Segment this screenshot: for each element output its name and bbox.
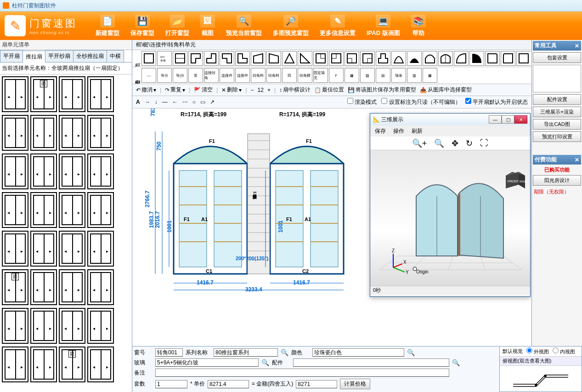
close-icon[interactable]: ✕ bbox=[575, 43, 579, 49]
sash-tab-0[interactable]: 平开扇 bbox=[0, 50, 23, 62]
sash-thumb[interactable]: ◂▸ bbox=[2, 231, 28, 267]
mullion-item-0[interactable]: — bbox=[141, 68, 156, 83]
dim-h-upper-inner[interactable]: 750 bbox=[156, 142, 162, 151]
sash-thumb[interactable]: ◂▸ bbox=[30, 308, 57, 344]
arrow-left-tool[interactable]: ← bbox=[172, 99, 178, 105]
winno-input[interactable] bbox=[155, 348, 183, 357]
mullion-item-1[interactable]: 等分 bbox=[157, 68, 172, 83]
total-input[interactable] bbox=[296, 380, 337, 388]
print-preview-button[interactable]: 预览打印设置 bbox=[533, 131, 581, 142]
qty-input[interactable] bbox=[155, 380, 187, 388]
mullion-item-15[interactable]: ▤ bbox=[376, 68, 390, 83]
threed-window[interactable]: 📐 三维展示 — ▢ ✕ 保存 操作 刷新 🔍+ 🔍 ✥ ↻ bbox=[370, 113, 531, 297]
dim-w-right[interactable]: 1416.7 bbox=[293, 279, 310, 286]
mullion-item-5[interactable]: 连接件 bbox=[220, 68, 234, 83]
casing-settings-button[interactable]: 包套设置 bbox=[533, 52, 581, 63]
mullion-item-9[interactable]: 田 bbox=[282, 68, 297, 83]
sash-thumb[interactable]: ◂▸ bbox=[2, 308, 28, 344]
capture-button[interactable]: 🖼截图 bbox=[200, 15, 215, 37]
mullion-item-13[interactable]: ▦ bbox=[345, 68, 359, 83]
sash-thumb[interactable]: ◂▸ bbox=[87, 192, 114, 228]
frame-shape-10[interactable] bbox=[298, 51, 312, 66]
dim-h-glass-right[interactable]: 1001 bbox=[277, 221, 284, 233]
dim-h-total[interactable]: 2766.7 bbox=[144, 191, 151, 208]
frame-shape-15[interactable] bbox=[376, 51, 390, 66]
sash-thumb[interactable]: ◂▸ bbox=[87, 347, 114, 382]
frame-shape-19[interactable] bbox=[438, 51, 453, 66]
dim-h-glass-left[interactable]: 1001 bbox=[166, 221, 173, 233]
sash-thumb[interactable]: ◂▸ bbox=[59, 192, 85, 228]
zoom-out-icon[interactable]: 🔍 bbox=[434, 138, 444, 148]
line-tool[interactable]: — bbox=[162, 99, 168, 105]
sash-thumb[interactable]: ◂▸ bbox=[2, 76, 28, 112]
dash-tool[interactable]: ⋯ bbox=[182, 99, 188, 105]
calc-price-button[interactable]: 计算价格 bbox=[340, 379, 370, 389]
arrow-diagonal-tool[interactable]: ↗ bbox=[210, 99, 215, 105]
threed-save[interactable]: 保存 bbox=[375, 127, 386, 135]
threed-viewport[interactable]: FRONT RIGHT Z Y X Origin bbox=[370, 150, 530, 286]
sash-tab-1[interactable]: 推拉扇 bbox=[23, 51, 45, 62]
help-button[interactable]: 📚帮助 bbox=[411, 15, 426, 37]
save-as-common-button[interactable]: 💾 将该图片保存为常用窗型 bbox=[348, 86, 416, 94]
clear-button[interactable]: 🚩 清空 bbox=[194, 86, 213, 94]
dim-corner[interactable]: 200*200(135°) bbox=[236, 256, 268, 261]
zoom-in-icon[interactable]: 🔍+ bbox=[412, 138, 427, 148]
circle-tool[interactable]: ○ bbox=[192, 99, 196, 105]
frame-shape-3[interactable] bbox=[188, 51, 203, 66]
mullion-item-7[interactable]: 转角料 bbox=[251, 68, 266, 83]
dim-h-upper-outer[interactable]: 783 bbox=[150, 108, 156, 116]
frame-shape-1[interactable]: DIY异形 bbox=[157, 51, 172, 66]
frame-shape-22[interactable] bbox=[485, 51, 500, 66]
threed-refresh[interactable]: 刷新 bbox=[412, 127, 423, 135]
color-search-icon[interactable]: 🔍 bbox=[407, 349, 415, 356]
open-button[interactable]: 📂打开窗型 bbox=[165, 15, 189, 37]
sash-thumb[interactable]: ◂▸ bbox=[87, 76, 114, 112]
sash-thumb[interactable]: ◂▸ bbox=[30, 192, 57, 228]
mullion-item-18[interactable]: ▦ bbox=[423, 68, 437, 83]
preview-button[interactable]: 🔍预览当前窗型 bbox=[226, 15, 262, 37]
frame-shape-0[interactable] bbox=[141, 51, 156, 66]
rotate-icon[interactable]: ↻ bbox=[466, 138, 473, 148]
sash-thumb[interactable]: 固◂▸ bbox=[30, 76, 57, 112]
color-input[interactable] bbox=[312, 348, 404, 357]
mullion-item-17[interactable]: ▥ bbox=[407, 68, 422, 83]
sash-thumb[interactable]: ◂▸ bbox=[2, 192, 28, 228]
price-input[interactable] bbox=[208, 380, 249, 388]
from-library-button[interactable]: 📥 从图库中选择窗型 bbox=[420, 86, 472, 94]
font-decrease[interactable]: − bbox=[251, 87, 254, 93]
sash-thumb[interactable]: ◂▸ bbox=[30, 269, 57, 305]
arrow-down-tool[interactable]: ↓ bbox=[155, 99, 158, 105]
frame-shape-20[interactable] bbox=[454, 51, 469, 66]
mullion-item-14[interactable]: ▧ bbox=[360, 68, 375, 83]
frame-shape-11[interactable] bbox=[313, 51, 328, 66]
dim-w-left[interactable]: 1416.7 bbox=[197, 279, 214, 286]
rectangle-tool[interactable]: ▭ bbox=[200, 99, 205, 105]
font-increase[interactable]: + bbox=[267, 87, 271, 93]
mid-design-button[interactable]: ↕ 扇中横设计 bbox=[279, 86, 311, 94]
redo-button[interactable]: ↷ 重复 ▾ bbox=[165, 86, 185, 94]
export-cad-button[interactable]: 导出CAD图 bbox=[533, 119, 581, 130]
frame-shape-2[interactable] bbox=[173, 51, 187, 66]
parts-input[interactable] bbox=[293, 358, 449, 367]
sash-thumb[interactable]: ◂▸ bbox=[87, 115, 114, 151]
best-position-button[interactable]: 📋 最佳位置 bbox=[314, 86, 344, 94]
outer-view-radio[interactable]: 外视图 bbox=[526, 347, 549, 355]
readonly-dims-checkbox[interactable]: 设置标注为只读（不可编辑） bbox=[381, 98, 460, 106]
dim-w-total[interactable]: 3233.4 bbox=[245, 286, 262, 293]
close-button[interactable]: ✕ bbox=[514, 115, 527, 124]
remark-input[interactable] bbox=[155, 369, 449, 377]
mullion-item-6[interactable]: 连接件 bbox=[235, 68, 250, 83]
series-search-icon[interactable]: 🔍 bbox=[281, 349, 288, 356]
ipad-button[interactable]: 💻IPAD 版画图 bbox=[367, 15, 400, 37]
frame-shape-14[interactable] bbox=[360, 51, 375, 66]
mullion-item-3[interactable]: 竖 bbox=[188, 68, 203, 83]
mullion-item-12[interactable]: F bbox=[329, 68, 344, 83]
sash-thumb[interactable]: ◂▸ bbox=[2, 153, 28, 189]
sunroom-design-button[interactable]: 阳光房设计 bbox=[533, 175, 581, 186]
sash-thumb[interactable]: 固◂▸ bbox=[59, 347, 85, 382]
sash-thumb[interactable]: ◂▸ bbox=[30, 115, 57, 151]
multipreview-button[interactable]: 🔎多图预览窗型 bbox=[273, 15, 309, 37]
sash-thumb[interactable]: ◂▸ bbox=[59, 308, 85, 344]
render-mode-checkbox[interactable]: 渲染模式 bbox=[347, 98, 377, 106]
sash-thumb[interactable]: ◂▸ bbox=[2, 115, 28, 151]
